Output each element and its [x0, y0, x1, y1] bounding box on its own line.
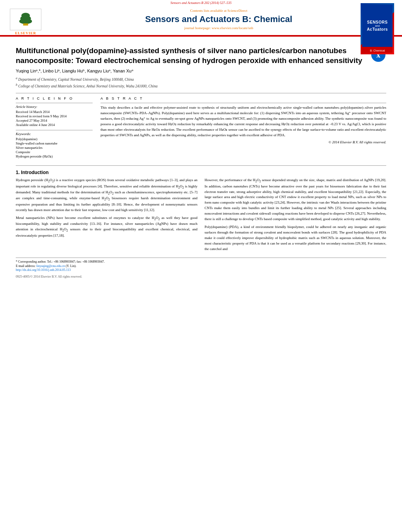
- article-title-section: Multifunctional poly(dopamine)-assisted …: [16, 46, 386, 65]
- email-link[interactable]: linyuqing@cnu.edu.cn: [36, 264, 65, 268]
- doi-link[interactable]: http://dx.doi.org/10.1016/j.snb.2014.05.…: [16, 268, 386, 272]
- elsevier-logo: ELSEVIER: [8, 9, 43, 35]
- available-date: Available online 4 June 2014: [16, 123, 93, 127]
- intro-two-col: Hydrogen peroxide (H2O2) is a reactive o…: [16, 178, 386, 254]
- vol-ref: Sensors and Actuators B 202 (2014) 527–5…: [0, 0, 402, 6]
- introduction-section: 1. Introduction Hydrogen peroxide (H2O2)…: [16, 170, 386, 254]
- badge-sub-text: B: Chemical: [363, 49, 392, 52]
- abstract-text: This study describes a facile and effect…: [100, 105, 386, 145]
- accepted-date: Accepted 27 May 2014: [16, 119, 93, 122]
- intro-title: 1. Introduction: [16, 170, 386, 175]
- keyword-1: Poly(dopamine): [16, 137, 93, 141]
- article-info-box: Article history: Received 14 March 2014 …: [16, 103, 93, 127]
- journal-header-bar: ELSEVIER Contents lists available at Sci…: [0, 6, 402, 36]
- badge-and-text: and: [375, 24, 380, 27]
- keyword-2: Single-walled carbon nanotube: [16, 141, 93, 145]
- affiliation-b: b College of Chemistry and Materials Sci…: [16, 83, 386, 89]
- article-info-abstract: A R T I C L E I N F O Article history: R…: [16, 96, 386, 161]
- svg-point-3: [19, 19, 32, 24]
- journal-header: Sensors and Actuators B 202 (2014) 527–5…: [0, 0, 402, 37]
- article-title: Multifunctional poly(dopamine)-assisted …: [16, 46, 367, 65]
- page: Sensors and Actuators B 202 (2014) 527–5…: [0, 0, 402, 532]
- elsevier-tree-svg: [12, 11, 39, 28]
- journal-center: Contents lists available at ScienceDirec…: [43, 9, 394, 32]
- article-info-header: A R T I C L E I N F O: [16, 96, 93, 100]
- keyword-3: Silver nanoparticles: [16, 146, 93, 150]
- footer-issn: 0925-4005/© 2014 Elsevier B.V. All right…: [16, 275, 386, 278]
- left-column: A R T I C L E I N F O Article history: R…: [16, 96, 93, 161]
- authors: Yuqing Linᵃ,*, Linbo Liᵃ, Lianglu Huᵇ, K…: [16, 69, 386, 74]
- intro-left: Hydrogen peroxide (H2O2) is a reactive o…: [16, 178, 197, 254]
- sciencedirect-link-text[interactable]: ScienceDirect: [227, 9, 247, 13]
- keywords-title: Keywords:: [16, 132, 93, 136]
- footnote-email: E-mail address: linyuqing@cnu.edu.cn (Y.…: [16, 264, 386, 268]
- svg-rect-4: [23, 23, 28, 25]
- article-container: Multifunctional poly(dopamine)-assisted …: [0, 37, 402, 286]
- intro-para-4: Poly(dopamine) (PDA), a kind of environm…: [205, 224, 386, 252]
- divider-2: [16, 165, 386, 166]
- keywords-box: Keywords: Poly(dopamine) Single-walled c…: [16, 130, 93, 158]
- intro-right: However, the performance of the H2O2 sen…: [205, 178, 386, 254]
- right-column: A B S T R A C T This study describes a f…: [100, 96, 386, 161]
- keyword-5: Hydrogen peroxide (H₂O₂): [16, 154, 93, 158]
- divider-1: [16, 93, 386, 93]
- elsevier-text: ELSEVIER: [15, 31, 36, 35]
- intro-para-3: However, the performance of the H2O2 sen…: [205, 178, 386, 222]
- keyword-4: Composite: [16, 150, 93, 154]
- elsevier-logo-box: [10, 9, 41, 30]
- sciencedirect-label: Contents lists available at ScienceDirec…: [51, 9, 386, 13]
- journal-homepage: journal homepage: www.elsevier.com/locat…: [51, 26, 386, 30]
- footnote-corresponding: * Corresponding author. Tel.: +86 106890…: [16, 260, 386, 264]
- copyright: © 2014 Elsevier B.V. All rights reserved…: [100, 140, 386, 145]
- affiliations: a Department of Chemistry, Capital Norma…: [16, 76, 386, 89]
- intro-para-2: Metal nanoparticles (NPs) have become ex…: [16, 215, 197, 239]
- badge-sensors-text: SENSORS: [367, 20, 387, 24]
- received-date: Received 14 March 2014: [16, 110, 93, 114]
- abstract-header: A B S T R A C T: [100, 96, 386, 100]
- article-history-title: Article history:: [16, 105, 93, 109]
- revised-date: Received in revised form 9 May 2014: [16, 114, 93, 118]
- badge-actuators-text: AcTuators: [367, 27, 388, 32]
- journal-title: Sensors and Actuators B: Chemical: [51, 14, 386, 24]
- homepage-link[interactable]: www.elsevier.com/locate/snb: [212, 26, 253, 30]
- sensors-actuators-badge: SENSORS and AcTuators B: Chemical: [361, 3, 394, 54]
- intro-para-1: Hydrogen peroxide (H2O2) is a reactive o…: [16, 178, 197, 213]
- footnote-area: * Corresponding author. Tel.: +86 106890…: [16, 258, 386, 278]
- affiliation-a: a Department of Chemistry, Capital Norma…: [16, 76, 386, 82]
